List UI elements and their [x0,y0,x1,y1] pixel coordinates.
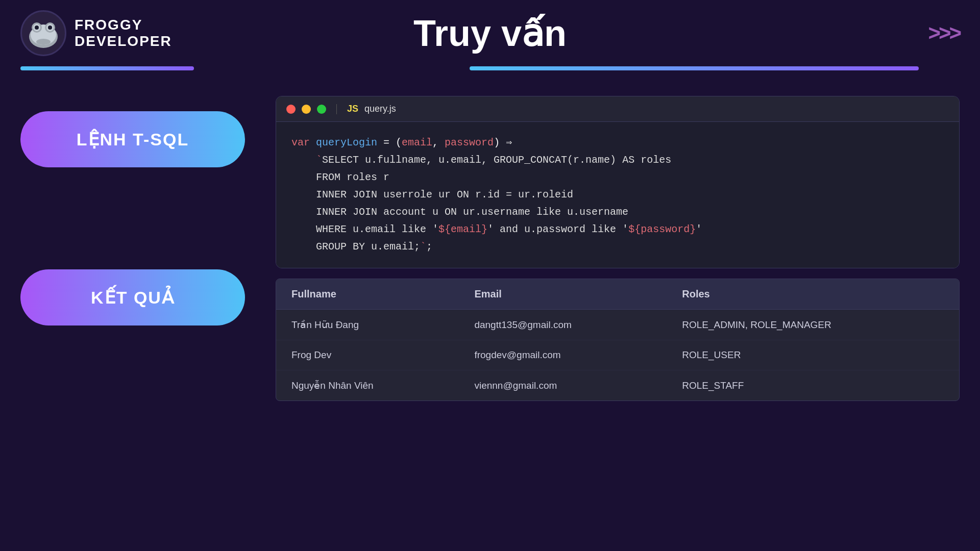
table-cell: ROLE_STAFF [667,370,959,401]
progress-bar-left [20,66,194,70]
table-row: Nguyễn Nhân Viênviennn@gmail.comROLE_STA… [276,370,959,401]
js-badge: JS [347,104,358,114]
code-line-2: `SELECT u.fullname, u.email, GROUP_CONCA… [291,152,944,169]
logo-circle [20,10,66,56]
table-cell: viennn@gmail.com [459,370,667,401]
left-panel: LỆNH T-SQL KẾT QUẢ [20,96,255,401]
table-cell: Frog Dev [276,340,459,370]
table-cell: dangtt135@gmail.com [459,310,667,340]
file-name: query.js [364,104,396,114]
table-cell: Nguyễn Nhân Viên [276,370,459,401]
table-row: Trần Hữu Đangdangtt135@gmail.comROLE_ADM… [276,310,959,340]
header: FROGGY DEVELOPER Truy vấn >>> [0,0,980,66]
table-body: Trần Hữu Đangdangtt135@gmail.comROLE_ADM… [276,310,959,401]
dot-yellow [302,105,311,114]
editor-titlebar: JS query.js [276,96,959,122]
code-body: var queryLogin = (email, password) ⇒ `SE… [276,122,959,268]
right-panel: JS query.js var queryLogin = (email, pas… [276,96,960,401]
table-row: Frog Devfrogdev@gmail.comROLE_USER [276,340,959,370]
frog-logo-icon [26,15,61,51]
code-editor: JS query.js var queryLogin = (email, pas… [276,96,960,268]
logo-area: FROGGY DEVELOPER [20,10,172,56]
tsql-button[interactable]: LỆNH T-SQL [20,111,245,167]
code-line-5: INNER JOIN account u ON ur.username like… [291,204,944,221]
dot-red [286,105,296,114]
table-cell: ROLE_ADMIN, ROLE_MANAGER [667,310,959,340]
code-line-1: var queryLogin = (email, password) ⇒ [291,134,944,152]
brand-text: FROGGY DEVELOPER [75,17,172,49]
nav-arrows[interactable]: >>> [928,21,960,45]
svg-point-8 [36,39,51,45]
svg-point-6 [35,26,39,30]
result-button-label: KẾT QUẢ [91,287,175,308]
progress-bar-right [470,66,919,70]
brand-line2: DEVELOPER [75,33,172,49]
code-line-3: FROM roles r [291,169,944,186]
svg-point-7 [48,26,52,30]
results-table: Fullname Email Roles Trần Hữu Đangdangtt… [276,279,960,401]
table-header: Fullname Email Roles [276,279,959,310]
brand-line1: FROGGY [75,17,172,33]
code-line-4: INNER JOIN userrole ur ON r.id = ur.role… [291,186,944,204]
col-roles: Roles [667,279,959,310]
tsql-button-label: LỆNH T-SQL [77,129,189,149]
main-content: LỆNH T-SQL KẾT QUẢ JS query.js var query… [0,86,980,401]
col-fullname: Fullname [276,279,459,310]
data-table: Fullname Email Roles Trần Hữu Đangdangtt… [276,279,959,400]
table-cell: Trần Hữu Đang [276,310,459,340]
tab-separator [336,104,337,114]
table-cell: ROLE_USER [667,340,959,370]
code-line-7: GROUP BY u.email;`; [291,238,944,256]
result-button[interactable]: KẾT QUẢ [20,269,245,325]
dot-green [317,105,326,114]
divider-line [0,66,980,70]
table-cell: frogdev@gmail.com [459,340,667,370]
col-email: Email [459,279,667,310]
page-title: Truy vấn [413,12,567,55]
code-line-6: WHERE u.email like '${email}' and u.pass… [291,221,944,238]
